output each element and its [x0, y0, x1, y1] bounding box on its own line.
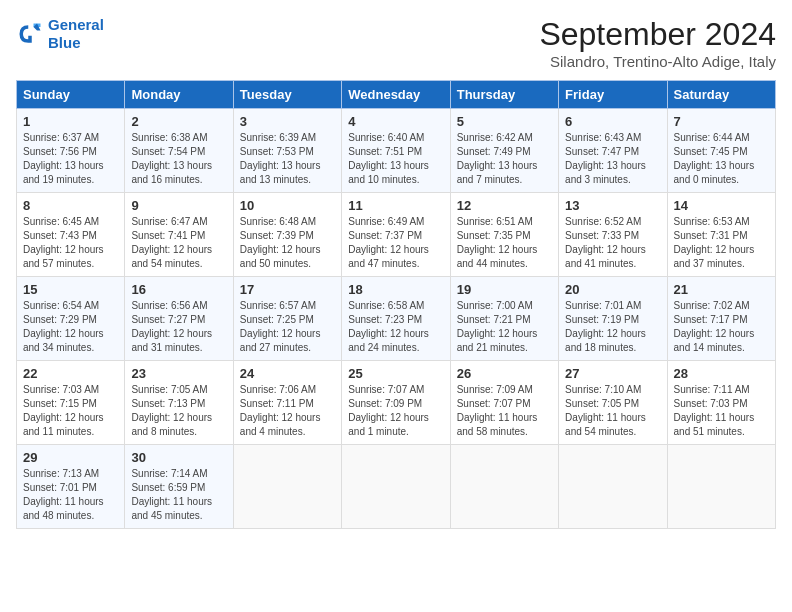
header-tuesday: Tuesday: [233, 81, 341, 109]
day-number: 21: [674, 282, 769, 297]
day-content: Sunrise: 6:40 AM Sunset: 7:51 PM Dayligh…: [348, 131, 443, 187]
calendar-cell: 12Sunrise: 6:51 AM Sunset: 7:35 PM Dayli…: [450, 193, 558, 277]
day-content: Sunrise: 7:11 AM Sunset: 7:03 PM Dayligh…: [674, 383, 769, 439]
calendar-table: SundayMondayTuesdayWednesdayThursdayFrid…: [16, 80, 776, 529]
day-content: Sunrise: 7:01 AM Sunset: 7:19 PM Dayligh…: [565, 299, 660, 355]
day-content: Sunrise: 7:00 AM Sunset: 7:21 PM Dayligh…: [457, 299, 552, 355]
day-number: 12: [457, 198, 552, 213]
day-number: 19: [457, 282, 552, 297]
day-number: 28: [674, 366, 769, 381]
day-content: Sunrise: 7:05 AM Sunset: 7:13 PM Dayligh…: [131, 383, 226, 439]
day-content: Sunrise: 7:14 AM Sunset: 6:59 PM Dayligh…: [131, 467, 226, 523]
day-content: Sunrise: 6:51 AM Sunset: 7:35 PM Dayligh…: [457, 215, 552, 271]
calendar-cell: 28Sunrise: 7:11 AM Sunset: 7:03 PM Dayli…: [667, 361, 775, 445]
day-number: 14: [674, 198, 769, 213]
day-content: Sunrise: 7:03 AM Sunset: 7:15 PM Dayligh…: [23, 383, 118, 439]
day-number: 22: [23, 366, 118, 381]
calendar-cell: 21Sunrise: 7:02 AM Sunset: 7:17 PM Dayli…: [667, 277, 775, 361]
day-number: 18: [348, 282, 443, 297]
day-content: Sunrise: 7:10 AM Sunset: 7:05 PM Dayligh…: [565, 383, 660, 439]
calendar-cell: 19Sunrise: 7:00 AM Sunset: 7:21 PM Dayli…: [450, 277, 558, 361]
calendar-cell: 10Sunrise: 6:48 AM Sunset: 7:39 PM Dayli…: [233, 193, 341, 277]
calendar-cell: 5Sunrise: 6:42 AM Sunset: 7:49 PM Daylig…: [450, 109, 558, 193]
calendar-cell: 1Sunrise: 6:37 AM Sunset: 7:56 PM Daylig…: [17, 109, 125, 193]
calendar-cell: 3Sunrise: 6:39 AM Sunset: 7:53 PM Daylig…: [233, 109, 341, 193]
calendar-cell: 29Sunrise: 7:13 AM Sunset: 7:01 PM Dayli…: [17, 445, 125, 529]
day-number: 1: [23, 114, 118, 129]
day-number: 16: [131, 282, 226, 297]
header-thursday: Thursday: [450, 81, 558, 109]
day-number: 11: [348, 198, 443, 213]
calendar-cell: 15Sunrise: 6:54 AM Sunset: 7:29 PM Dayli…: [17, 277, 125, 361]
calendar-cell: 4Sunrise: 6:40 AM Sunset: 7:51 PM Daylig…: [342, 109, 450, 193]
day-content: Sunrise: 7:02 AM Sunset: 7:17 PM Dayligh…: [674, 299, 769, 355]
header-monday: Monday: [125, 81, 233, 109]
calendar-cell: 16Sunrise: 6:56 AM Sunset: 7:27 PM Dayli…: [125, 277, 233, 361]
calendar-cell: [342, 445, 450, 529]
day-content: Sunrise: 7:06 AM Sunset: 7:11 PM Dayligh…: [240, 383, 335, 439]
day-number: 13: [565, 198, 660, 213]
day-number: 9: [131, 198, 226, 213]
calendar-cell: 17Sunrise: 6:57 AM Sunset: 7:25 PM Dayli…: [233, 277, 341, 361]
calendar-cell: [559, 445, 667, 529]
day-number: 17: [240, 282, 335, 297]
day-content: Sunrise: 6:48 AM Sunset: 7:39 PM Dayligh…: [240, 215, 335, 271]
day-number: 29: [23, 450, 118, 465]
day-content: Sunrise: 6:53 AM Sunset: 7:31 PM Dayligh…: [674, 215, 769, 271]
day-content: Sunrise: 6:57 AM Sunset: 7:25 PM Dayligh…: [240, 299, 335, 355]
day-content: Sunrise: 6:52 AM Sunset: 7:33 PM Dayligh…: [565, 215, 660, 271]
day-content: Sunrise: 6:38 AM Sunset: 7:54 PM Dayligh…: [131, 131, 226, 187]
day-number: 24: [240, 366, 335, 381]
calendar-cell: 7Sunrise: 6:44 AM Sunset: 7:45 PM Daylig…: [667, 109, 775, 193]
calendar-cell: 30Sunrise: 7:14 AM Sunset: 6:59 PM Dayli…: [125, 445, 233, 529]
calendar-cell: 25Sunrise: 7:07 AM Sunset: 7:09 PM Dayli…: [342, 361, 450, 445]
day-number: 20: [565, 282, 660, 297]
day-content: Sunrise: 6:56 AM Sunset: 7:27 PM Dayligh…: [131, 299, 226, 355]
month-title: September 2024: [539, 16, 776, 53]
day-number: 3: [240, 114, 335, 129]
day-number: 10: [240, 198, 335, 213]
calendar-cell: [233, 445, 341, 529]
calendar-cell: 20Sunrise: 7:01 AM Sunset: 7:19 PM Dayli…: [559, 277, 667, 361]
logo: General Blue: [16, 16, 104, 52]
calendar-cell: 27Sunrise: 7:10 AM Sunset: 7:05 PM Dayli…: [559, 361, 667, 445]
header-wednesday: Wednesday: [342, 81, 450, 109]
day-content: Sunrise: 6:43 AM Sunset: 7:47 PM Dayligh…: [565, 131, 660, 187]
calendar-cell: 26Sunrise: 7:09 AM Sunset: 7:07 PM Dayli…: [450, 361, 558, 445]
calendar-cell: 18Sunrise: 6:58 AM Sunset: 7:23 PM Dayli…: [342, 277, 450, 361]
calendar-cell: 24Sunrise: 7:06 AM Sunset: 7:11 PM Dayli…: [233, 361, 341, 445]
day-number: 15: [23, 282, 118, 297]
day-content: Sunrise: 7:13 AM Sunset: 7:01 PM Dayligh…: [23, 467, 118, 523]
logo-line1: General: [48, 16, 104, 33]
header-saturday: Saturday: [667, 81, 775, 109]
day-number: 27: [565, 366, 660, 381]
calendar-cell: [450, 445, 558, 529]
day-number: 8: [23, 198, 118, 213]
day-number: 5: [457, 114, 552, 129]
calendar-cell: 23Sunrise: 7:05 AM Sunset: 7:13 PM Dayli…: [125, 361, 233, 445]
day-number: 26: [457, 366, 552, 381]
calendar-cell: 22Sunrise: 7:03 AM Sunset: 7:15 PM Dayli…: [17, 361, 125, 445]
day-number: 2: [131, 114, 226, 129]
day-content: Sunrise: 6:47 AM Sunset: 7:41 PM Dayligh…: [131, 215, 226, 271]
day-number: 7: [674, 114, 769, 129]
calendar-cell: 8Sunrise: 6:45 AM Sunset: 7:43 PM Daylig…: [17, 193, 125, 277]
day-number: 23: [131, 366, 226, 381]
header-sunday: Sunday: [17, 81, 125, 109]
logo-line2: Blue: [48, 34, 81, 51]
calendar-cell: 6Sunrise: 6:43 AM Sunset: 7:47 PM Daylig…: [559, 109, 667, 193]
calendar-cell: [667, 445, 775, 529]
day-content: Sunrise: 6:45 AM Sunset: 7:43 PM Dayligh…: [23, 215, 118, 271]
day-number: 25: [348, 366, 443, 381]
day-content: Sunrise: 6:49 AM Sunset: 7:37 PM Dayligh…: [348, 215, 443, 271]
calendar-cell: 2Sunrise: 6:38 AM Sunset: 7:54 PM Daylig…: [125, 109, 233, 193]
calendar-cell: 13Sunrise: 6:52 AM Sunset: 7:33 PM Dayli…: [559, 193, 667, 277]
header-friday: Friday: [559, 81, 667, 109]
calendar-cell: 11Sunrise: 6:49 AM Sunset: 7:37 PM Dayli…: [342, 193, 450, 277]
day-content: Sunrise: 6:58 AM Sunset: 7:23 PM Dayligh…: [348, 299, 443, 355]
day-content: Sunrise: 6:39 AM Sunset: 7:53 PM Dayligh…: [240, 131, 335, 187]
day-number: 6: [565, 114, 660, 129]
day-number: 30: [131, 450, 226, 465]
calendar-cell: 14Sunrise: 6:53 AM Sunset: 7:31 PM Dayli…: [667, 193, 775, 277]
location-subtitle: Silandro, Trentino-Alto Adige, Italy: [539, 53, 776, 70]
